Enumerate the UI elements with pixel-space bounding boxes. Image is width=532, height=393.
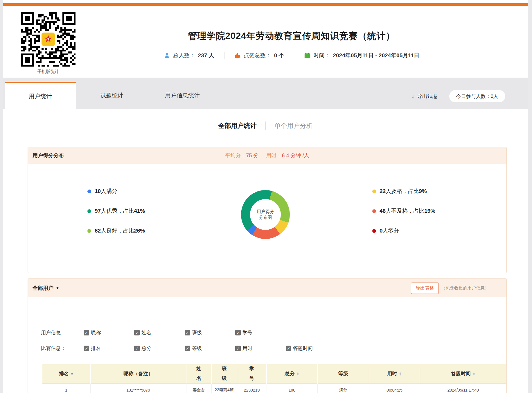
qr-code: ★ $: [21, 12, 76, 67]
stat-label: 时间：: [313, 52, 330, 59]
table-cell: 2230219: [237, 383, 267, 393]
stat-value: 0 个: [274, 52, 284, 59]
stat-total-users: 总人数：237 人: [164, 52, 214, 59]
legend-item: 46人不及格，占比19%: [372, 208, 494, 215]
today-participants-badge: 今日参与人数：0人: [449, 90, 505, 102]
column-header-排名[interactable]: 排名▲▼: [42, 364, 90, 383]
subtab-all-users[interactable]: 全部用户统计: [218, 122, 257, 130]
checkbox-icon[interactable]: ✓: [84, 330, 89, 335]
column-header-label: 等级: [338, 369, 348, 378]
column-header-label: 班级: [222, 364, 227, 383]
subtab-single-user[interactable]: 单个用户分析: [274, 122, 313, 130]
stat-label: 总人数：: [173, 52, 195, 59]
column-header-label: 昵称（备注）: [123, 369, 153, 378]
legend-label: 22人及格，占比9%: [380, 187, 427, 195]
dollar-glyph: $: [47, 37, 49, 41]
column-header-等级: 等级: [317, 364, 369, 383]
score-card-summary: 平均分：75 分用时：6.4 分钟 /人: [28, 152, 506, 159]
column-header-label: 学号: [249, 364, 254, 383]
divider: [294, 52, 294, 59]
legend-dot-icon: [87, 190, 91, 193]
score-card-header: 用户得分分布 平均分：75 分用时：6.4 分钟 /人: [28, 147, 506, 164]
filter-checkbox-排名[interactable]: ✓排名: [84, 345, 134, 352]
legend-item: 0人零分: [372, 227, 494, 234]
avg-time-value: 6.4 分钟 /人: [282, 153, 309, 158]
checkbox-icon[interactable]: ✓: [235, 330, 241, 335]
export-paper-button[interactable]: ↓ 导出试卷: [411, 90, 438, 102]
export-table-button[interactable]: 导出表格: [411, 283, 439, 294]
legend-label: 0人零分: [380, 227, 399, 235]
filter-row-label: 用户信息：: [41, 329, 84, 336]
column-header-学号: 学号: [237, 364, 267, 383]
column-header-总分[interactable]: 总分▲▼: [267, 364, 317, 383]
legend-dot-icon: [372, 229, 376, 233]
column-header-答题时间[interactable]: 答题时间▲▼: [420, 364, 506, 383]
legend-label: 46人不及格，占比19%: [380, 207, 435, 215]
checkbox-label: 等级: [192, 345, 202, 352]
legend-item: 97人优秀，占比41%: [87, 208, 209, 215]
sub-tab-bar: 全部用户统计 单个用户分析: [3, 122, 528, 130]
top-accent-bar: [3, 3, 528, 6]
page-title: 管理学院2024年劳动教育宣传周知识竞赛（统计）: [73, 30, 511, 42]
legend-left: 10人满分97人优秀，占比41%62人良好，占比26%: [87, 188, 209, 247]
users-card-title-text: 全部用户: [33, 285, 53, 292]
users-card-header: 全部用户 ▼ 导出表格 （包含收集的用户信息）: [28, 279, 506, 297]
sort-arrows-icon[interactable]: ▲▼: [71, 372, 73, 376]
tab-bar: 用户统计 试题统计 用户信息统计 ↓ 导出试卷 今日参与人数：0人: [3, 78, 528, 109]
legend-right: 22人及格，占比9%46人不及格，占比19%0人零分: [372, 188, 494, 247]
legend-label: 62人良好，占比26%: [95, 227, 145, 235]
tab-user-stats[interactable]: 用户统计: [5, 82, 76, 109]
sort-arrows-icon[interactable]: ▲▼: [472, 372, 475, 376]
filter-checkbox-等级[interactable]: ✓等级: [185, 345, 235, 352]
checkbox-icon[interactable]: ✓: [134, 330, 140, 335]
column-header-班级: 班级: [211, 364, 237, 383]
checkbox-icon[interactable]: ✓: [84, 346, 89, 351]
filter-checkbox-姓名[interactable]: ✓姓名: [134, 329, 185, 336]
checkbox-label: 姓名: [141, 329, 151, 336]
main-page: ★ $ 手机版统计 管理学院2024年劳动教育宣传周知识竞赛（统计） 总人数：2…: [3, 0, 528, 393]
legend-dot-icon: [372, 190, 376, 193]
checkbox-label: 总分: [141, 345, 151, 352]
donut-center-line2: 分布图: [259, 215, 272, 220]
export-note: （包含收集的用户信息）: [441, 285, 489, 291]
table-cell: 131*****5879: [90, 383, 186, 393]
avg-time-label: 用时：: [266, 153, 282, 158]
tab-user-info-stats[interactable]: 用户信息统计: [156, 82, 209, 109]
legend-item: 22人及格，占比9%: [372, 188, 494, 195]
sort-arrows-icon[interactable]: ▲▼: [399, 372, 402, 376]
qr-section: ★ $ 手机版统计: [21, 12, 76, 74]
users-card-title[interactable]: 全部用户 ▼: [33, 285, 59, 292]
checkbox-icon[interactable]: ✓: [185, 346, 190, 351]
legend-item: 10人满分: [87, 188, 209, 195]
qr-logo: ★ $: [42, 33, 55, 46]
checkbox-label: 用时: [242, 345, 252, 352]
avg-score-label: 平均分：: [225, 153, 246, 158]
column-header-用时[interactable]: 用时▲▼: [369, 364, 420, 383]
checkbox-icon[interactable]: ✓: [134, 346, 140, 351]
filter-checkbox-班级[interactable]: ✓班级: [185, 329, 235, 336]
divider: [265, 122, 266, 130]
tab-question-stats[interactable]: 试题统计: [93, 82, 131, 109]
column-header-label: 排名: [59, 369, 69, 378]
thumbs-up-icon: [234, 52, 241, 59]
filter-checkbox-总分[interactable]: ✓总分: [134, 345, 185, 352]
checkbox-icon[interactable]: ✓: [185, 330, 190, 335]
legend-dot-icon: [372, 209, 376, 213]
checkbox-label: 答题时间: [293, 345, 313, 352]
score-distribution-card: 用户得分分布 平均分：75 分用时：6.4 分钟 /人 10人满分97人优秀，占…: [28, 147, 507, 273]
divider: [224, 52, 224, 59]
checkbox-icon[interactable]: ✓: [235, 346, 241, 351]
table-cell: 2024/05/11 17:40: [420, 383, 506, 393]
checkbox-icon[interactable]: ✓: [286, 346, 291, 351]
person-icon: [164, 52, 170, 59]
filter-checkbox-用时[interactable]: ✓用时: [235, 345, 286, 352]
download-icon: ↓: [411, 93, 415, 99]
export-paper-label: 导出试卷: [417, 93, 438, 100]
filter-checkbox-学号[interactable]: ✓学号: [235, 329, 286, 336]
donut-center-line1: 用户得分: [257, 209, 274, 215]
sort-arrows-icon[interactable]: ▲▼: [296, 372, 299, 376]
filter-checkbox-答题时间[interactable]: ✓答题时间: [286, 345, 336, 352]
column-header-label: 总分: [285, 369, 295, 378]
filter-checkbox-昵称[interactable]: ✓昵称: [84, 329, 134, 336]
avg-score-value: 75 分: [246, 153, 258, 158]
